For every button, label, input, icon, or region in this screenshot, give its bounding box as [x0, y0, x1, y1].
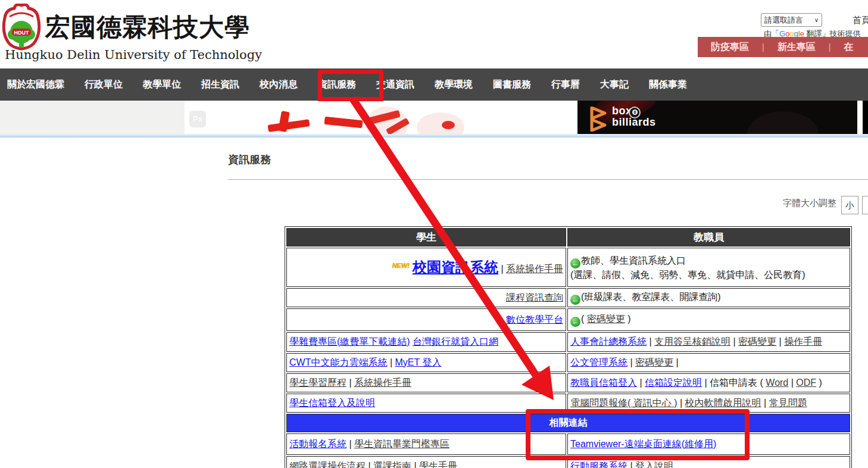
table-link[interactable]: 課程資訊查詢 [506, 292, 563, 302]
table-link[interactable]: 密碼變更 [635, 357, 673, 367]
page-title: 資訊服務 [228, 152, 271, 167]
cell-text: | [387, 357, 395, 367]
table-row: 學雜費專區(繳費單下載連結) 台灣銀行就貸入口網人事會計總務系統 | 支用簽呈核… [286, 332, 850, 352]
svc-cell-right: ←( 密碼變更 ) [567, 308, 850, 331]
banner-gray-panel [0, 101, 185, 134]
table-link[interactable]: CWT中文能力雲端系統 [289, 357, 387, 367]
quickbar-item-1[interactable]: 防疫專區 [711, 41, 749, 54]
table-link[interactable]: 常見問題 [769, 398, 807, 408]
chevron-down-icon: ∨ [814, 14, 819, 26]
cell-text: (選課、請假、減免、弱勢、專免、就貸申請、公民教育) [570, 270, 805, 280]
table-link[interactable]: Word [766, 377, 788, 388]
cell-text: | [627, 357, 635, 367]
annotation-box-nav-info-services [318, 70, 383, 101]
table-link[interactable]: 密碼變更 [738, 336, 776, 347]
quick-links-bar: 防疫專區|新生專區|在 [698, 37, 868, 57]
table-link[interactable]: 系統操作手冊 [506, 264, 563, 274]
svc-cell-right: ←(班級課表、教室課表、開課查詢) [567, 288, 850, 307]
table-link[interactable]: 信箱設定說明 [645, 377, 702, 388]
svc-cell-left: CWT中文能力雲端系統 | MyET 登入 [286, 353, 566, 372]
svc-cell-left: 網路選課操作流程 | 選課指南 | 學生手冊 [286, 456, 566, 468]
svc-cell-left: 活動報名系統 | 學生資訊畢業門檻專區 [286, 433, 566, 455]
svc-cell-left: NEW!校園資訊系統 | 系統操作手冊 [286, 248, 566, 287]
table-link[interactable]: 電腦問題報修( 資訊中心 ) [570, 398, 677, 408]
table-row: 數位教學平台←( 密碼變更 ) [286, 308, 850, 331]
cell-text: | [761, 398, 769, 408]
table-link[interactable]: ODF [796, 377, 816, 388]
table-row: CWT中文能力雲端系統 | MyET 登入公文管理系統 | 密碼變更 | [286, 353, 850, 372]
cell-text: | [647, 336, 654, 347]
svc-cell-right: 公文管理系統 | 密碼變更 | [567, 353, 850, 372]
cell-text: | [788, 377, 796, 388]
table-link[interactable]: 支用簽呈核銷說明 [654, 336, 730, 347]
table-link[interactable]: 登入說明 [635, 461, 673, 468]
nav-item-3[interactable]: 教學單位 [143, 79, 181, 91]
cell-text: ) [625, 314, 631, 324]
svc-cell-right: 教職員信箱登入 | 信箱設定說明 | 信箱申請表 ( Word | ODF ) [567, 373, 850, 392]
font-size-small-button[interactable]: 小 [841, 196, 858, 214]
quickbar-item-2[interactable]: 新生專區 [778, 41, 816, 54]
table-link[interactable]: 網路選課操作流程 [289, 461, 366, 468]
table-link[interactable]: MyET 登入 [395, 357, 441, 367]
cell-text: | [411, 461, 419, 468]
title-divider [228, 179, 868, 180]
cell-text: | [627, 461, 635, 468]
quickbar-separator: | [829, 42, 831, 52]
cell-text: ) [816, 377, 822, 388]
nav-item-2[interactable]: 行政單位 [85, 79, 123, 91]
annotation-box-related-links [526, 409, 750, 460]
quickbar-item-3[interactable]: 在 [844, 41, 853, 54]
cell-text: | [498, 264, 506, 274]
table-link[interactable]: 學生信箱登入及說明 [289, 398, 375, 408]
cell-text: | 信箱申請表 ( [702, 377, 766, 388]
table-link[interactable]: 台灣銀行就貸入口網 [413, 336, 498, 347]
table-link[interactable]: 系統操作手冊 [354, 377, 411, 388]
cell-text: | [673, 357, 679, 367]
nav-item-8[interactable]: 教學環境 [435, 79, 473, 91]
table-link[interactable]: 人事會計總務系統 [570, 336, 647, 347]
nav-item-10[interactable]: 行事曆 [551, 79, 580, 91]
svc-cell-left: 學生學習歷程 | 系統操作手冊 [286, 373, 566, 392]
table-link[interactable]: 選課指南 [373, 461, 411, 468]
table-link[interactable]: 教職員信箱登入 [570, 377, 637, 388]
nav-item-12[interactable]: 關係事業 [649, 79, 687, 91]
table-link[interactable]: 活動報名系統 [289, 439, 346, 449]
logo-abbr: HDUT [14, 30, 29, 36]
campus-info-system-link[interactable]: 校園資訊系統 [413, 259, 498, 275]
svc-cell-left: 學雜費專區(繳費單下載連結) 台灣銀行就貸入口網 [286, 332, 566, 352]
table-link[interactable]: 數位教學平台 [506, 314, 563, 325]
ps-placeholder-icon: Ps [189, 111, 206, 127]
table-link[interactable]: 學生資訊畢業門檻專區 [354, 439, 449, 449]
cell-text: | [346, 439, 354, 449]
svc-cell-left: 課程資訊查詢 [286, 288, 566, 307]
cell-text: | [677, 398, 685, 408]
banner-petal-art [417, 113, 464, 134]
table-link[interactable]: 行動服務系統 [570, 461, 627, 468]
university-name-en: Hungkuo Delin University of Technology [5, 48, 262, 62]
cell-text: | [637, 377, 645, 388]
font-size-label: 字體大小調整 [732, 198, 836, 209]
table-link[interactable]: 操作手冊 [784, 336, 822, 347]
table-link[interactable]: 公文管理系統 [570, 357, 627, 367]
nav-item-11[interactable]: 大事記 [600, 79, 629, 91]
table-link[interactable]: 校內軟體啟用說明 [685, 398, 761, 408]
font-size-medium-button[interactable] [862, 196, 868, 214]
language-select[interactable]: 請選取語言 ∨ [761, 13, 822, 27]
nav-item-9[interactable]: 圖書服務 [493, 79, 531, 91]
column-header-staff: 教職員 [567, 228, 850, 247]
table-link[interactable]: 學生學習歷程 [289, 377, 346, 388]
home-link[interactable]: 首頁 [853, 15, 868, 26]
table-link[interactable]: 密碼變更 [587, 314, 625, 324]
panel-top-border [0, 134, 868, 138]
table-link[interactable]: 學雜費專區(繳費單下載連結) [289, 336, 410, 347]
cell-text: 教師、學生資訊系統入口 [581, 255, 686, 266]
cell-text: | [346, 377, 354, 388]
nav-item-1[interactable]: 關於宏國德霖 [7, 79, 64, 91]
nav-item-5[interactable]: 校內消息 [260, 79, 298, 91]
svc-cell-right: ←教師、學生資訊系統入口(選課、請假、減免、弱勢、專免、就貸申請、公民教育) [567, 248, 850, 287]
column-header-student: 學生 [286, 228, 566, 247]
nav-item-4[interactable]: 招生資訊 [201, 79, 239, 91]
table-link[interactable]: 學生手冊 [419, 461, 457, 468]
back-arrow-icon: ← [570, 258, 580, 269]
cell-text: | [776, 336, 784, 347]
